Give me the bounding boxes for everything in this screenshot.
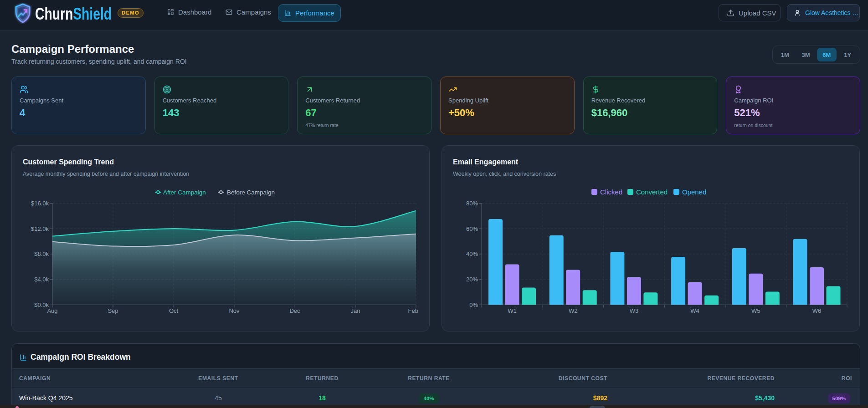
svg-text:W5: W5 bbox=[751, 307, 760, 314]
svg-text:W1: W1 bbox=[508, 307, 517, 314]
svg-text:Clicked: Clicked bbox=[600, 188, 622, 196]
svg-text:Sep: Sep bbox=[108, 307, 118, 314]
svg-text:Nov: Nov bbox=[229, 307, 240, 314]
svg-text:$12.0k: $12.0k bbox=[31, 225, 49, 232]
svg-text:40%: 40% bbox=[466, 250, 478, 257]
svg-text:W4: W4 bbox=[690, 307, 699, 314]
svg-text:$8.0k: $8.0k bbox=[34, 250, 49, 257]
svg-text:0%: 0% bbox=[469, 301, 478, 308]
svg-text:60%: 60% bbox=[466, 225, 478, 232]
svg-text:Dec: Dec bbox=[289, 307, 300, 314]
svg-text:Opened: Opened bbox=[682, 188, 706, 196]
svg-text:Oct: Oct bbox=[169, 307, 179, 314]
svg-text:$4.0k: $4.0k bbox=[34, 276, 49, 283]
svg-text:Feb: Feb bbox=[408, 307, 418, 314]
svg-text:$16.0k: $16.0k bbox=[31, 200, 49, 207]
svg-text:Converted: Converted bbox=[636, 188, 668, 196]
svg-text:W3: W3 bbox=[630, 307, 639, 314]
svg-text:Jan: Jan bbox=[351, 307, 360, 314]
svg-text:After Campaign: After Campaign bbox=[163, 189, 206, 196]
svg-text:Aug: Aug bbox=[47, 307, 57, 314]
svg-text:Before Campaign: Before Campaign bbox=[227, 189, 275, 196]
svg-text:W2: W2 bbox=[569, 307, 578, 314]
svg-text:80%: 80% bbox=[466, 200, 478, 207]
svg-text:20%: 20% bbox=[466, 276, 478, 283]
svg-text:W6: W6 bbox=[812, 307, 822, 314]
